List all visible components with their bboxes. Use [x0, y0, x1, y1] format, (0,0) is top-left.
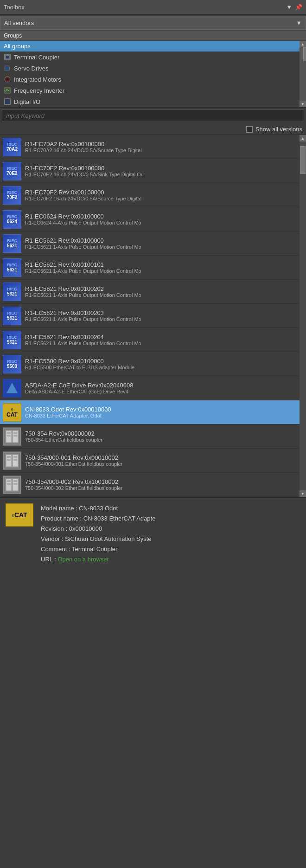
vendor-dropdown-icon: ▼	[296, 19, 302, 26]
integrated-motors-icon	[4, 76, 11, 83]
device-item-r1-ec5621-c[interactable]: RIEC 5621 R1-EC5621 Rev:0x00100202 R1-EC…	[0, 280, 300, 304]
dropdown-icon[interactable]: ▼	[286, 4, 292, 11]
device-icon-r1-ec70a2: RIEC 70A2	[3, 138, 21, 156]
device-name-r1-ec70f2: R1-EC70F2 Rev:0x00100000	[25, 189, 297, 196]
pin-icon[interactable]: 📌	[295, 4, 302, 11]
svg-rect-3	[9, 67, 10, 70]
integrated-motors-label: Integrated Motors	[14, 76, 61, 83]
vendor-label: All vendors	[4, 19, 34, 26]
device-icon-r1-ec5621-c: RIEC 5621	[3, 283, 21, 301]
info-revision: Revision : 0x00010000	[41, 524, 300, 534]
device-desc-r1-ec5621-d: R1-EC5621 1-Axis Pulse Output Motion Con…	[25, 316, 297, 322]
device-desc-r1-ec5621-e: R1-EC5621 1-Axis Pulse Output Motion Con…	[25, 341, 297, 346]
device-item-r1-ec5621-e[interactable]: RIEC 5621 R1-EC5621 Rev:0x00100204 R1-EC…	[0, 328, 300, 352]
device-item-r1-ec5621-a[interactable]: RIEC 5621 R1-EC5621 Rev:0x00100000 R1-EC…	[0, 231, 300, 256]
svg-rect-28	[7, 483, 11, 485]
group-item-all-groups[interactable]: All groups	[0, 41, 300, 51]
svg-rect-19	[7, 456, 11, 458]
device-info-r1-ec5621-b: R1-EC5621 Rev:0x00100101 R1-EC5621 1-Axi…	[25, 261, 297, 274]
device-info-asda-a2-e: ASDA-A2-E CoE Drive Rev:0x02040608 Delta…	[25, 382, 297, 394]
device-list-scrollbar[interactable]: ▲ ▼	[300, 135, 306, 497]
keyword-input[interactable]	[2, 109, 304, 122]
device-item-r1-ec5621-d[interactable]: RIEC 5621 R1-EC5621 Rev:0x00100203 R1-EC…	[0, 304, 300, 328]
group-item-terminal-coupler[interactable]: Terminal Coupler	[0, 51, 300, 63]
digital-io-label: Digital I/O	[14, 98, 40, 105]
device-icon-r1-ec5500: RIEC 5500	[3, 355, 21, 373]
device-item-wago-750-354-002[interactable]: 750-354/000-002 Rev:0x10010002 750-354/0…	[0, 473, 300, 497]
device-info-wago-750-354-001: 750-354/000-001 Rev:0x00010002 750-354/0…	[25, 454, 297, 467]
device-item-wago-750-354-001[interactable]: 750-354/000-001 Rev:0x00010002 750-354/0…	[0, 449, 300, 473]
digital-io-icon	[4, 98, 11, 105]
device-desc-r1-ec5621-b: R1-EC5621 1-Axis Pulse Output Motion Con…	[25, 268, 297, 274]
vscroll-down-arrow[interactable]: ▼	[300, 490, 306, 497]
groups-list: All groups Terminal Coupler	[0, 41, 306, 108]
servo-drives-label: Servo Drives	[14, 65, 48, 72]
device-item-asda-a2-e[interactable]: ASDA-A2-E CoE Drive Rev:0x02040608 Delta…	[0, 376, 300, 400]
device-desc-r1-ec5621-a: R1-EC5621 1-Axis Pulse Output Motion Con…	[25, 244, 297, 250]
device-desc-r1-ec0624: R1-EC0624 4-Axis Pulse Output Motion Con…	[25, 220, 297, 225]
show-versions-checkbox[interactable]	[246, 126, 253, 133]
terminal-coupler-icon	[4, 53, 11, 61]
vscroll-up-arrow[interactable]: ▲	[300, 135, 306, 141]
group-item-integrated-motors[interactable]: Integrated Motors	[0, 74, 300, 85]
terminal-coupler-label: Terminal Coupler	[14, 54, 59, 61]
info-model-name: Model name : CN-8033,Odot	[41, 503, 300, 514]
device-desc-wago-750-354-002: 750-354/000-002 EtherCat fieldbus couple…	[25, 485, 297, 491]
device-item-r1-ec70a2[interactable]: RIEC 70A2 R1-EC70A2 Rev:0x00100000 R1-EC…	[0, 135, 300, 159]
device-name-cn-8033: CN-8033,Odot Rev:0x00010000	[25, 406, 297, 413]
device-desc-r1-ec5621-c: R1-EC5621 1-Axis Pulse Output Motion Con…	[25, 292, 297, 298]
device-info-r1-ec5621-a: R1-EC5621 Rev:0x00100000 R1-EC5621 1-Axi…	[25, 237, 297, 250]
groups-header: Groups	[0, 31, 306, 41]
device-icon-r1-ec70f2: RIEC 70F2	[3, 186, 21, 205]
device-item-r1-ec5500[interactable]: RIEC 5500 R1-EC5500 Rev:0x00100000 R1-EC…	[0, 352, 300, 376]
vendor-dropdown[interactable]: All vendors ▼	[0, 16, 306, 30]
device-icon-cn-8033: e CAT	[3, 403, 21, 422]
device-icon-r1-ec5621-b: RIEC 5621	[3, 258, 21, 277]
device-name-r1-ec0624: R1-EC0624 Rev:0x00100000	[25, 213, 297, 220]
svg-rect-26	[7, 480, 11, 482]
group-item-frequency-inverter[interactable]: Frequency Inverter	[0, 85, 300, 96]
svg-rect-7	[5, 99, 10, 104]
servo-drives-icon	[4, 64, 11, 72]
device-item-r1-ec5621-b[interactable]: RIEC 5621 R1-EC5621 Rev:0x00100101 R1-EC…	[0, 256, 300, 280]
device-name-wago-750-354: 750-354 Rev:0x00000002	[25, 430, 297, 437]
device-item-r1-ec70e2[interactable]: RIEC 70E2 R1-EC70E2 Rev:0x00100000 R1-EC…	[0, 159, 300, 183]
svg-rect-20	[13, 456, 17, 458]
info-browser-link[interactable]: Open on a browser	[57, 556, 109, 563]
svg-rect-21	[7, 459, 11, 461]
info-url-row: URL : Open on a browser	[41, 554, 300, 565]
info-comment: Comment : Terminal Coupler	[41, 544, 300, 554]
device-info-r1-ec70f2: R1-EC70F2 Rev:0x00100000 R1-EC70F2 16-ch…	[25, 189, 297, 201]
svg-rect-29	[13, 483, 17, 485]
device-desc-wago-750-354-001: 750-354/000-001 EtherCat fieldbus couple…	[25, 461, 297, 467]
groups-scrollbar[interactable]: ▲ ▼	[300, 41, 306, 107]
svg-rect-22	[13, 459, 17, 461]
device-item-wago-750-354[interactable]: 750-354 Rev:0x00000002 750-354 EtherCat …	[0, 424, 300, 449]
device-info-r1-ec5500: R1-EC5500 Rev:0x00100000 R1-EC5500 Ether…	[25, 358, 297, 370]
device-info-wago-750-354: 750-354 Rev:0x00000002 750-354 EtherCat …	[25, 430, 297, 443]
device-desc-cn-8033: CN-8033 EtherCAT Adapter, Odot	[25, 413, 297, 418]
device-item-r1-ec0624[interactable]: RIEC 0624 R1-EC0624 Rev:0x00100000 R1-EC…	[0, 207, 300, 231]
toolbox-header: Toolbox ▼ 📌	[0, 0, 306, 15]
device-item-r1-ec70f2[interactable]: RIEC 70F2 R1-EC70F2 Rev:0x00100000 R1-EC…	[0, 183, 300, 207]
group-item-digital-io[interactable]: Digital I/O	[0, 96, 300, 107]
scroll-up-arrow[interactable]: ▲	[300, 41, 306, 47]
info-panel: e CAT Model name : CN-8033,Odot Product …	[0, 497, 306, 580]
scroll-down-arrow[interactable]: ▼	[300, 101, 306, 107]
svg-rect-14	[7, 435, 11, 437]
group-item-servo-drives[interactable]: Servo Drives	[0, 63, 300, 74]
device-name-r1-ec5621-b: R1-EC5621 Rev:0x00100101	[25, 261, 297, 268]
info-text: Model name : CN-8033,Odot Product name :…	[41, 503, 300, 565]
device-item-cn-8033[interactable]: e CAT CN-8033,Odot Rev:0x00010000 CN-803…	[0, 400, 300, 424]
scroll-thumb	[303, 47, 306, 61]
svg-point-5	[6, 78, 9, 81]
info-vendor: Vendor : SiChuan Odot Automation Syste	[41, 534, 300, 544]
info-product-name: Product name : CN-8033 EtherCAT Adapte	[41, 514, 300, 524]
svg-rect-6	[5, 88, 10, 93]
device-info-r1-ec70a2: R1-EC70A2 Rev:0x00100000 R1-EC70A2 16-ch…	[25, 141, 297, 153]
device-desc-r1-ec70e2: R1-EC70E2 16-ch 24VDC/0.5A/Sink Type Dig…	[25, 172, 297, 177]
all-groups-label: All groups	[4, 43, 31, 50]
svg-rect-2	[5, 66, 9, 71]
toolbox-title: Toolbox	[4, 4, 25, 11]
device-icon-wago-750-354	[3, 427, 21, 446]
